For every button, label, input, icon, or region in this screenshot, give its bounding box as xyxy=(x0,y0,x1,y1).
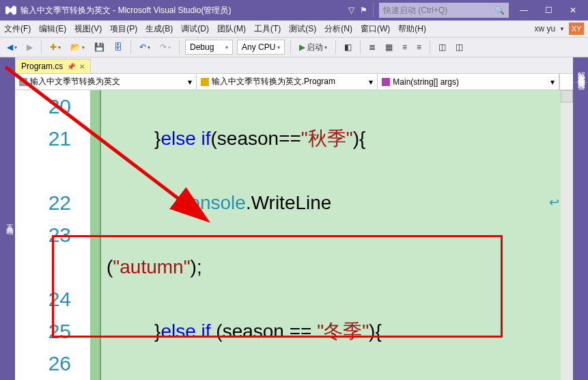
rail-solution-explorer[interactable]: 解决方案资源管理器 xyxy=(573,62,588,83)
nav-fwd-button[interactable]: ▶ xyxy=(24,41,36,53)
annotation-box xyxy=(52,235,503,338)
tool-icon-6[interactable]: ◫ xyxy=(436,41,449,53)
config-dropdown[interactable]: Debug▾ xyxy=(185,40,233,55)
save-all-button[interactable]: 🗄 xyxy=(111,41,125,53)
class-icon xyxy=(201,78,209,86)
menu-file[interactable]: 文件(F) xyxy=(4,23,31,35)
user-badge: XY xyxy=(569,23,584,35)
tab-label: Program.cs xyxy=(21,62,63,71)
menu-debug[interactable]: 调试(D) xyxy=(181,23,209,35)
menu-test[interactable]: 测试(S) xyxy=(289,23,316,35)
start-button[interactable]: ▶启动▾ xyxy=(296,40,330,55)
document-tabs: Program.cs 📌 ✕ xyxy=(15,57,573,74)
tool-icon-3[interactable]: ▦ xyxy=(382,41,395,53)
close-button[interactable]: ✕ xyxy=(563,5,583,15)
tool-icon-1[interactable]: ◧ xyxy=(341,41,354,53)
menu-bar: 文件(F) 编辑(E) 视图(V) 项目(P) 生成(B) 调试(D) 团队(M… xyxy=(0,21,588,37)
undo-button[interactable]: ↶▾ xyxy=(137,41,153,53)
feedback-icon[interactable]: ⚑ xyxy=(360,5,367,15)
notification-icon[interactable]: ▽ xyxy=(348,5,354,15)
nav-namespace[interactable]: 输入中文季节转换为英文▾ xyxy=(15,74,197,90)
platform-dropdown[interactable]: Any CPU▾ xyxy=(237,40,285,55)
quick-launch-input[interactable] xyxy=(383,5,494,15)
nav-member[interactable]: Main(string[] args)▾ xyxy=(378,74,559,90)
search-icon: 🔍 xyxy=(494,5,505,15)
nav-bar: 输入中文季节转换为英文▾ 输入中文季节转换为英文.Program▾ Main(s… xyxy=(15,74,573,90)
scroll-up-button[interactable] xyxy=(561,90,573,103)
right-rail: 解决方案资源管理器 xyxy=(573,57,588,380)
user-name: xw yu xyxy=(534,24,555,33)
tool-icon-4[interactable]: ≡ xyxy=(400,41,410,53)
split-icon[interactable] xyxy=(559,74,573,90)
nav-class[interactable]: 输入中文季节转换为英文.Program▾ xyxy=(197,74,378,90)
new-project-button[interactable]: ✚▾ xyxy=(47,41,64,53)
chevron-down-icon: ▼ xyxy=(559,26,565,32)
maximize-button[interactable]: ☐ xyxy=(539,5,558,15)
window-title: 输入中文季节转换为英文 - Microsoft Visual Studio(管理… xyxy=(20,5,348,16)
tool-icon-7[interactable]: ◫ xyxy=(453,41,466,53)
menu-view[interactable]: 视图(V) xyxy=(74,23,102,35)
menu-project[interactable]: 项目(P) xyxy=(110,23,137,35)
nav-back-button[interactable]: ◀▾ xyxy=(4,41,20,53)
close-tab-icon[interactable]: ✕ xyxy=(79,63,85,70)
tool-icon-2[interactable]: ≣ xyxy=(366,41,378,53)
vertical-scrollbar[interactable] xyxy=(561,90,573,380)
method-icon xyxy=(382,78,390,86)
menu-analyze[interactable]: 分析(N) xyxy=(324,23,352,35)
save-button[interactable]: 💾 xyxy=(92,41,107,53)
csharp-icon xyxy=(19,78,27,86)
toolbar: ◀▾ ▶ ✚▾ 📂▾ 💾 🗄 ↶▾ ↷▾ Debug▾ Any CPU▾ ▶启动… xyxy=(0,37,588,57)
minimize-button[interactable]: — xyxy=(514,5,533,15)
menu-edit[interactable]: 编辑(E) xyxy=(39,23,66,35)
open-button[interactable]: 📂▾ xyxy=(68,41,87,53)
tab-program-cs[interactable]: Program.cs 📌 ✕ xyxy=(15,59,91,73)
menu-build[interactable]: 生成(B) xyxy=(145,23,173,35)
redo-button[interactable]: ↷▾ xyxy=(157,41,173,53)
menu-help[interactable]: 帮助(H) xyxy=(398,23,426,35)
menu-tools[interactable]: 工具(T) xyxy=(254,23,281,35)
quick-launch[interactable]: 🔍 xyxy=(379,3,509,18)
vs-logo-icon xyxy=(5,5,16,16)
user-area[interactable]: xw yu ▼ XY xyxy=(534,23,584,35)
tool-icon-5[interactable]: ≡ xyxy=(414,41,424,53)
menu-window[interactable]: 窗口(W) xyxy=(361,23,390,35)
title-bar: 输入中文季节转换为英文 - Microsoft Visual Studio(管理… xyxy=(0,0,588,21)
toolbox-rail[interactable]: 工具箱 xyxy=(0,57,15,380)
menu-team[interactable]: 团队(M) xyxy=(217,23,246,35)
pin-icon[interactable]: 📌 xyxy=(67,63,75,70)
